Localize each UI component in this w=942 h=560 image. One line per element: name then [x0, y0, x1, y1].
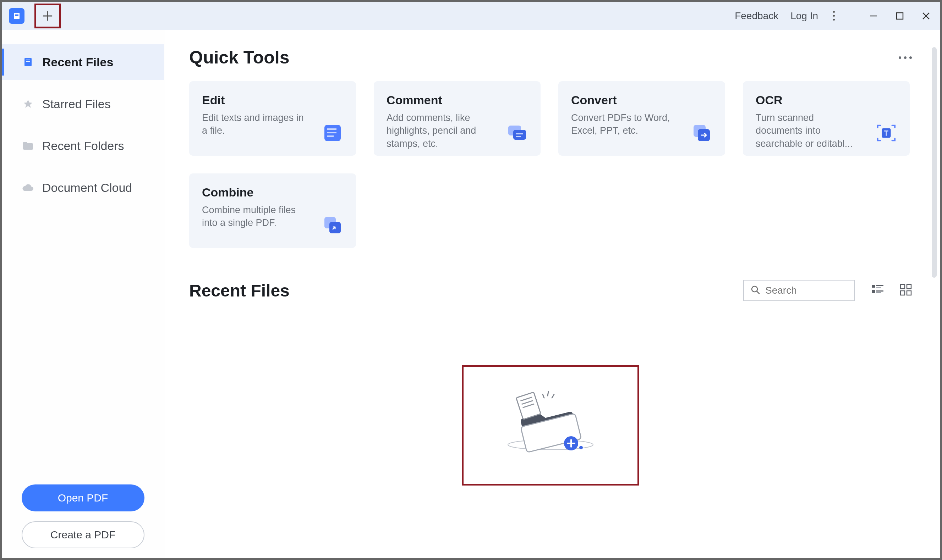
svg-rect-12	[513, 130, 526, 140]
svg-rect-29	[900, 291, 905, 295]
card-desc: Edit texts and images in a file.	[202, 111, 308, 137]
sidebar-item-label: Document Cloud	[42, 181, 132, 195]
svg-rect-3	[897, 13, 903, 19]
sidebar-item-label: Starred Files	[42, 97, 111, 111]
empty-folder-illustration	[501, 388, 600, 463]
sidebar-item-label: Recent Files	[42, 55, 113, 69]
tool-card-combine[interactable]: Combine Combine multiple files into a si…	[189, 174, 356, 248]
sidebar-item-starred-files[interactable]: Starred Files	[2, 86, 164, 122]
recent-files-tools	[743, 280, 912, 301]
svg-rect-8	[327, 128, 336, 130]
grid-view-button[interactable]	[900, 284, 912, 297]
titlebar-right: Feedback Log In	[735, 9, 933, 23]
quick-tools-grid: Edit Edit texts and images in a file. Co…	[189, 81, 912, 248]
svg-rect-9	[327, 132, 336, 133]
sidebar-item-recent-folders[interactable]: Recent Folders	[2, 128, 164, 163]
sidebar: Recent Files Starred Files Recent Folder…	[2, 30, 164, 558]
quick-tools-title: Quick Tools	[189, 47, 289, 68]
card-desc: Add comments, like highlights, pencil an…	[387, 111, 492, 150]
svg-rect-2	[15, 15, 19, 16]
star-icon	[22, 97, 34, 110]
folder-icon	[22, 139, 34, 152]
svg-rect-26	[876, 292, 881, 293]
svg-point-38	[579, 446, 583, 449]
tool-card-comment[interactable]: Comment Add comments, like highlights, p…	[374, 81, 541, 156]
main-panel: Quick Tools Edit Edit texts and images i…	[164, 30, 940, 558]
card-title: Edit	[202, 93, 308, 107]
quick-tools-more-button[interactable]	[899, 56, 912, 59]
svg-rect-21	[872, 285, 875, 288]
tool-card-ocr[interactable]: OCR Turn scanned documents into searchab…	[743, 81, 910, 156]
maximize-button[interactable]	[893, 9, 907, 23]
cloud-icon	[22, 181, 34, 194]
sidebar-item-recent-files[interactable]: Recent Files	[2, 44, 164, 80]
svg-rect-23	[876, 287, 881, 288]
search-box[interactable]	[743, 280, 855, 301]
sidebar-item-label: Recent Folders	[42, 139, 124, 153]
search-icon	[750, 285, 760, 296]
scrollbar[interactable]	[932, 47, 937, 278]
document-icon	[22, 56, 34, 68]
svg-rect-30	[907, 291, 911, 295]
recent-files-empty-area	[189, 365, 912, 486]
open-pdf-button[interactable]: Open PDF	[22, 485, 145, 511]
svg-rect-1	[15, 14, 19, 15]
titlebar: Feedback Log In	[2, 2, 940, 30]
svg-rect-24	[872, 290, 875, 293]
close-button[interactable]	[919, 9, 933, 23]
recent-files-title: Recent Files	[189, 281, 290, 300]
sidebar-item-document-cloud[interactable]: Document Cloud	[2, 170, 164, 205]
divider	[852, 9, 852, 23]
body: Recent Files Starred Files Recent Folder…	[2, 30, 940, 558]
feedback-link[interactable]: Feedback	[735, 10, 779, 22]
edit-icon	[322, 122, 343, 144]
combine-icon	[322, 215, 343, 236]
app-window: Feedback Log In Recent Files	[0, 0, 942, 560]
card-desc: Turn scanned documents into searchable o…	[755, 111, 862, 150]
svg-rect-27	[900, 285, 905, 289]
tool-card-convert[interactable]: Convert Convert PDFs to Word, Excel, PPT…	[558, 81, 725, 156]
convert-icon	[691, 122, 712, 144]
tool-card-edit[interactable]: Edit Edit texts and images in a file.	[189, 81, 356, 156]
card-title: OCR	[755, 93, 862, 107]
card-desc: Convert PDFs to Word, Excel, PPT, etc.	[571, 111, 677, 137]
card-title: Combine	[202, 186, 308, 199]
quick-tools-header: Quick Tools	[189, 47, 912, 68]
login-link[interactable]: Log In	[791, 10, 818, 22]
svg-rect-25	[876, 291, 883, 292]
card-title: Comment	[387, 93, 492, 107]
create-pdf-button[interactable]: Create a PDF	[22, 522, 145, 548]
more-menu-button[interactable]	[830, 11, 838, 21]
ocr-icon	[876, 122, 897, 144]
minimize-button[interactable]	[866, 9, 880, 23]
app-logo-button[interactable]	[9, 8, 25, 24]
drop-file-highlight[interactable]	[462, 365, 639, 486]
svg-rect-5	[26, 60, 30, 60]
svg-rect-28	[907, 285, 911, 289]
card-desc: Combine multiple files into a single PDF…	[202, 203, 308, 229]
new-tab-button[interactable]	[34, 3, 61, 28]
card-title: Convert	[571, 93, 677, 107]
svg-rect-13	[516, 133, 523, 134]
list-view-button[interactable]	[871, 284, 884, 297]
svg-rect-10	[327, 135, 334, 137]
svg-rect-14	[516, 136, 521, 137]
recent-files-header: Recent Files	[189, 280, 912, 301]
comment-icon	[507, 122, 528, 144]
svg-rect-6	[26, 62, 30, 62]
svg-rect-22	[876, 285, 883, 286]
